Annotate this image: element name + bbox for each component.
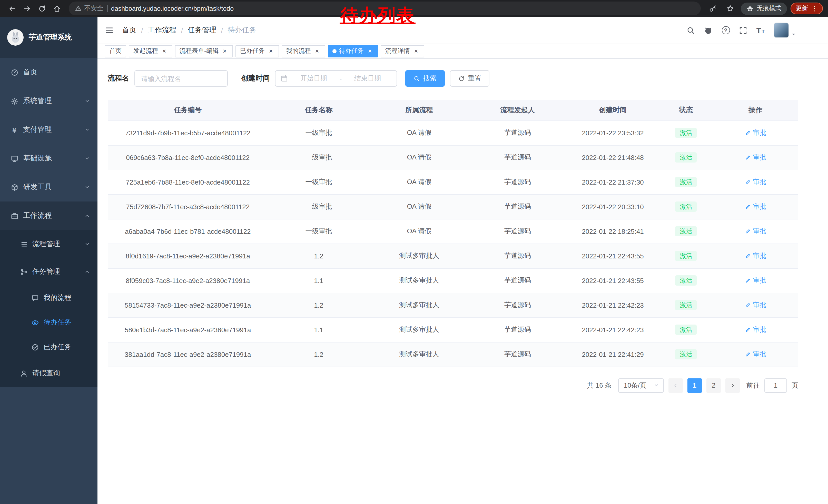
incognito-label: 无痕模式 xyxy=(757,4,781,13)
security-chip[interactable]: 不安全 xyxy=(75,4,104,13)
goto-page-input[interactable] xyxy=(764,378,787,393)
pen-icon xyxy=(745,203,751,210)
bookmark-button[interactable] xyxy=(723,2,737,15)
tab-done-tasks[interactable]: 已办任务× xyxy=(236,45,279,57)
cell-initiator: 芋道源码 xyxy=(469,194,566,219)
cell-actions: 审批 xyxy=(713,170,798,194)
close-icon[interactable]: × xyxy=(267,47,275,55)
close-icon[interactable]: × xyxy=(412,47,420,55)
status-badge: 激活 xyxy=(675,226,697,237)
close-icon[interactable]: × xyxy=(314,47,321,55)
cell-task-name: 1.1 xyxy=(268,317,370,342)
app-title: 芋道管理系统 xyxy=(29,33,72,42)
sidebar-item-label: 支付管理 xyxy=(23,125,80,134)
tab-start-process[interactable]: 发起流程× xyxy=(129,45,172,57)
approve-link[interactable]: 审批 xyxy=(745,202,766,211)
sidebar-item-devtools[interactable]: 研发工具 xyxy=(0,173,97,201)
next-page-button[interactable] xyxy=(726,378,740,393)
cell-status: 激活 xyxy=(659,268,713,293)
app-window: 芋道管理系统 首页系统管理¥支付管理基础设施研发工具工作流程流程管理任务管理我的… xyxy=(0,17,828,504)
column-header: 任务名称 xyxy=(268,100,370,121)
close-icon[interactable]: × xyxy=(221,47,228,55)
fullscreen-icon xyxy=(739,26,747,35)
column-header: 所属流程 xyxy=(369,100,469,121)
approve-link[interactable]: 审批 xyxy=(745,350,766,359)
tab-process-detail[interactable]: 流程详情× xyxy=(381,45,424,57)
breadcrumb-home[interactable]: 首页 xyxy=(122,26,136,35)
page-size-select[interactable]: 10条/页 xyxy=(618,378,664,393)
sidebar-item-infrastructure[interactable]: 基础设施 xyxy=(0,144,97,173)
app-logo[interactable]: 芋道管理系统 xyxy=(0,17,97,58)
sidebar-item-todo-tasks[interactable]: 待办任务 xyxy=(0,310,97,335)
status-badge: 激活 xyxy=(675,275,697,286)
approve-link[interactable]: 审批 xyxy=(745,276,766,285)
home-button[interactable] xyxy=(50,2,64,15)
browser-menu-icon[interactable]: ⋮ xyxy=(811,5,818,12)
forward-button[interactable] xyxy=(20,2,34,15)
chevron-left-icon xyxy=(672,382,679,388)
search-button[interactable] xyxy=(687,26,695,35)
approve-link[interactable]: 审批 xyxy=(745,251,766,261)
cell-actions: 审批 xyxy=(713,145,798,170)
cell-status: 激活 xyxy=(659,145,713,170)
font-size-button[interactable]: TT xyxy=(756,26,765,35)
cell-task-name: 一级审批 xyxy=(268,194,370,219)
tab-todo-tasks[interactable]: 待办任务× xyxy=(328,45,378,57)
sidebar-item-payment[interactable]: ¥支付管理 xyxy=(0,116,97,144)
process-name-input[interactable] xyxy=(134,70,228,87)
sidebar-item-process-management[interactable]: 流程管理 xyxy=(0,230,97,258)
filter-bar: 流程名 创建时间 开始日期 - 结束日期 搜索 重 xyxy=(108,70,798,87)
help-button[interactable]: ? xyxy=(721,26,730,35)
sidebar-item-task-management[interactable]: 任务管理 xyxy=(0,258,97,286)
chevron-up-icon xyxy=(84,269,90,275)
breadcrumb-workflow[interactable]: 工作流程 xyxy=(148,26,176,35)
close-icon[interactable]: × xyxy=(161,47,168,55)
fontsize-icon: TT xyxy=(756,26,765,35)
search-button-filter[interactable]: 搜索 xyxy=(405,70,445,87)
page-button-2[interactable]: 2 xyxy=(706,378,721,393)
end-date-placeholder: 结束日期 xyxy=(344,74,391,83)
sidebar-toggle-button[interactable] xyxy=(105,26,114,35)
reload-button[interactable] xyxy=(35,2,49,15)
sidebar-item-label: 待办任务 xyxy=(44,318,90,327)
breadcrumb-task-management[interactable]: 任务管理 xyxy=(188,26,216,35)
user-menu[interactable] xyxy=(774,22,796,38)
approve-link[interactable]: 审批 xyxy=(745,153,766,162)
sidebar-item-my-process[interactable]: 我的流程 xyxy=(0,286,97,310)
date-range-picker[interactable]: 开始日期 - 结束日期 xyxy=(275,70,397,87)
sidebar-item-system[interactable]: 系统管理 xyxy=(0,87,97,116)
approve-link[interactable]: 审批 xyxy=(745,128,766,137)
tab-home[interactable]: 首页 xyxy=(105,45,126,57)
breadcrumb-separator: / xyxy=(221,26,223,34)
password-manager-button[interactable] xyxy=(706,2,720,15)
tab-form-edit[interactable]: 流程表单-编辑× xyxy=(175,45,233,57)
approve-link[interactable]: 审批 xyxy=(745,301,766,310)
close-icon[interactable]: × xyxy=(366,47,373,55)
cell-actions: 审批 xyxy=(713,243,798,268)
pen-icon xyxy=(745,154,751,161)
pen-icon xyxy=(745,130,751,136)
sidebar-item-home[interactable]: 首页 xyxy=(0,58,97,87)
cell-create-time: 2022-01-21 22:42:23 xyxy=(566,317,659,342)
approve-link[interactable]: 审批 xyxy=(745,177,766,187)
fullscreen-button[interactable] xyxy=(739,26,747,35)
update-button[interactable]: 更新 ⋮ xyxy=(791,3,823,14)
goto-unit-label: 页 xyxy=(792,381,798,390)
reset-button[interactable]: 重置 xyxy=(450,70,489,87)
tags-list: 首页发起流程×流程表单-编辑×已办任务×我的流程×待办任务×流程详情× xyxy=(105,45,424,57)
cell-task-name: 一级审批 xyxy=(268,170,370,194)
approve-link[interactable]: 审批 xyxy=(745,325,766,334)
sidebar-item-workflow[interactable]: 工作流程 xyxy=(0,201,97,230)
pen-icon xyxy=(745,302,751,308)
approve-link[interactable]: 审批 xyxy=(745,227,766,236)
sidebar-item-done-tasks[interactable]: 已办任务 xyxy=(0,335,97,359)
back-button[interactable] xyxy=(5,2,19,15)
tab-my-process[interactable]: 我的流程× xyxy=(282,45,325,57)
eye-icon xyxy=(31,318,39,327)
status-badge: 激活 xyxy=(675,251,697,261)
prev-page-button[interactable] xyxy=(668,378,683,393)
column-header: 状态 xyxy=(659,100,713,121)
sidebar-item-leave-query[interactable]: 请假查询 xyxy=(0,359,97,387)
page-button-1[interactable]: 1 xyxy=(688,378,702,393)
github-button[interactable] xyxy=(704,26,713,35)
